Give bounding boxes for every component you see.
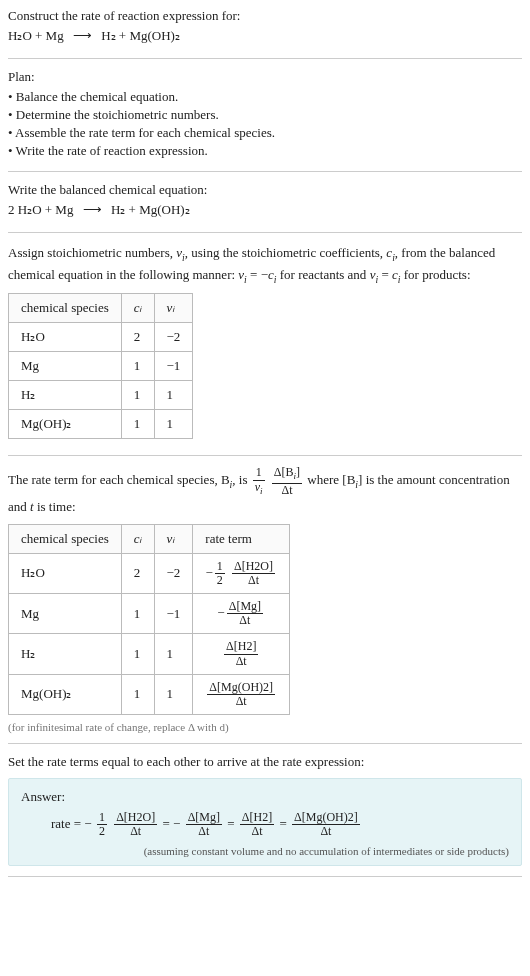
rate-term-footnote: (for infinitesimal rate of change, repla… [8,721,522,733]
answer-note: (assuming constant volume and no accumul… [21,845,509,857]
col-nui: νᵢ [154,294,193,323]
plan-section: Plan: • Balance the chemical equation. •… [8,59,522,172]
table-header-row: chemical species cᵢ νᵢ rate term [9,524,290,553]
unbalanced-equation: H₂O + Mg ⟶ H₂ + Mg(OH)₂ [8,28,522,44]
col-rate-term: rate term [193,524,290,553]
plan-item: • Balance the chemical equation. [8,89,522,105]
fraction: 1νi [253,466,265,496]
final-section: Set the rate terms equal to each other t… [8,744,522,876]
balanced-label: Write the balanced chemical equation: [8,182,522,198]
eq-rhs: H₂ + Mg(OH)₂ [101,28,180,43]
final-label: Set the rate terms equal to each other t… [8,754,522,770]
stoich-section: Assign stoichiometric numbers, νi, using… [8,233,522,456]
plan-item: • Assemble the rate term for each chemic… [8,125,522,141]
arrow-icon: ⟶ [73,28,92,43]
table-row: H₂11 [9,381,193,410]
answer-label: Answer: [21,789,509,805]
stoich-table: chemical species cᵢ νᵢ H₂O2−2 Mg1−1 H₂11… [8,293,193,439]
plan-item: • Determine the stoichiometric numbers. [8,107,522,123]
table-row: Mg1−1 [9,352,193,381]
rate-term-section: The rate term for each chemical species,… [8,456,522,744]
table-row: Mg1−1 −Δ[Mg]Δt [9,594,290,634]
intro-section: Construct the rate of reaction expressio… [8,8,522,59]
table-row: H₂O2−2 −12 Δ[H2O]Δt [9,553,290,593]
plan-item: • Write the rate of reaction expression. [8,143,522,159]
rate-term-text: The rate term for each chemical species,… [8,466,522,517]
table-row: H₂11 Δ[H2]Δt [9,634,290,674]
col-ci: cᵢ [121,294,154,323]
col-species: chemical species [9,294,122,323]
balanced-rhs: H₂ + Mg(OH)₂ [111,202,190,217]
balanced-equation: 2 H₂O + Mg ⟶ H₂ + Mg(OH)₂ [8,202,522,218]
fraction: Δ[Bi]Δt [272,466,302,496]
col-ci: cᵢ [121,524,154,553]
balanced-section: Write the balanced chemical equation: 2 … [8,172,522,233]
construct-prompt: Construct the rate of reaction expressio… [8,8,522,24]
stoich-text: Assign stoichiometric numbers, νi, using… [8,243,522,287]
plan-title: Plan: [8,69,522,85]
balanced-lhs: 2 H₂O + Mg [8,202,73,217]
table-header-row: chemical species cᵢ νᵢ [9,294,193,323]
arrow-icon: ⟶ [83,202,102,217]
col-nui: νᵢ [154,524,193,553]
eq-lhs: H₂O + Mg [8,28,64,43]
table-row: Mg(OH)₂11 [9,410,193,439]
col-species: chemical species [9,524,122,553]
table-row: H₂O2−2 [9,323,193,352]
rate-expression: rate = − 12 Δ[H2O]Δt = − Δ[Mg]Δt = Δ[H2]… [51,811,509,838]
rate-term-table: chemical species cᵢ νᵢ rate term H₂O2−2 … [8,524,290,716]
table-row: Mg(OH)₂11 Δ[Mg(OH)2]Δt [9,674,290,714]
answer-box: Answer: rate = − 12 Δ[H2O]Δt = − Δ[Mg]Δt… [8,778,522,865]
